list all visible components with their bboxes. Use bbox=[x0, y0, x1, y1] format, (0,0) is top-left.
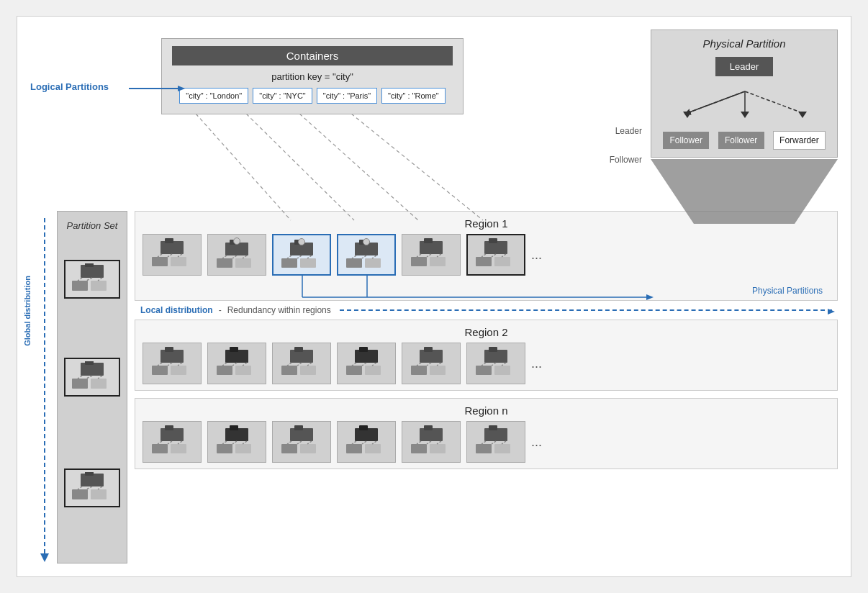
regions-area: Region 1 bbox=[135, 211, 838, 563]
svg-rect-148 bbox=[359, 425, 368, 430]
svg-rect-32 bbox=[72, 489, 88, 499]
svg-line-48 bbox=[222, 255, 227, 258]
rn-p3-icon bbox=[343, 425, 389, 458]
r1-connector-svg bbox=[143, 276, 830, 302]
containers-box: Containers partition key = "city" "city"… bbox=[161, 38, 464, 114]
svg-line-158 bbox=[417, 441, 421, 444]
svg-rect-157 bbox=[430, 444, 446, 453]
ps-r1-svg bbox=[71, 263, 114, 295]
svg-line-130 bbox=[158, 441, 162, 444]
local-dist-dash: - bbox=[219, 305, 222, 315]
r1-partition-4 bbox=[402, 234, 461, 276]
rn-p5-icon bbox=[473, 425, 519, 458]
partition-set-col: Partition Set Redundancy across regions bbox=[57, 211, 127, 563]
svg-line-71 bbox=[437, 254, 441, 257]
r1-partition-1 bbox=[207, 234, 266, 276]
svg-rect-142 bbox=[281, 444, 297, 453]
ps-icon-r2 bbox=[64, 358, 120, 397]
svg-line-131 bbox=[168, 441, 172, 444]
partition-london: "city" : "London" bbox=[179, 88, 248, 104]
svg-line-88 bbox=[158, 363, 162, 366]
svg-rect-53 bbox=[281, 258, 297, 268]
svg-line-151 bbox=[352, 441, 356, 444]
svg-rect-135 bbox=[217, 444, 232, 453]
svg-rect-136 bbox=[235, 444, 251, 453]
svg-line-95 bbox=[222, 363, 227, 366]
partition-boxes-row: "city" : "London" "city" : "NYC" "city" … bbox=[172, 88, 453, 104]
svg-line-57 bbox=[307, 255, 312, 258]
forwarder-box: Forwarder bbox=[773, 131, 826, 150]
svg-rect-127 bbox=[165, 425, 173, 430]
svg-rect-87 bbox=[171, 366, 186, 375]
svg-marker-11 bbox=[683, 112, 692, 118]
svg-rect-108 bbox=[365, 366, 381, 375]
svg-line-10 bbox=[687, 91, 745, 113]
svg-line-34 bbox=[78, 486, 82, 489]
svg-line-97 bbox=[243, 363, 247, 366]
follower1-box: Follower bbox=[663, 132, 709, 149]
svg-rect-150 bbox=[365, 444, 381, 453]
svg-rect-115 bbox=[430, 366, 446, 375]
svg-line-144 bbox=[287, 441, 291, 444]
local-dist-text: Redundancy within regions bbox=[227, 305, 331, 315]
global-dist-arrow-svg bbox=[37, 218, 52, 563]
svg-line-56 bbox=[297, 255, 302, 258]
svg-line-27 bbox=[78, 376, 82, 379]
svg-rect-134 bbox=[230, 425, 238, 430]
svg-line-137 bbox=[222, 441, 227, 444]
svg-rect-143 bbox=[300, 444, 316, 453]
r2-p1 bbox=[207, 343, 266, 384]
svg-rect-155 bbox=[424, 425, 433, 430]
r2-p4-icon bbox=[408, 347, 454, 380]
svg-rect-74 bbox=[476, 257, 492, 266]
region2-block: Region 2 bbox=[135, 320, 838, 391]
svg-line-124 bbox=[492, 363, 496, 366]
svg-rect-54 bbox=[300, 258, 316, 268]
svg-line-55 bbox=[287, 255, 291, 258]
svg-rect-39 bbox=[152, 257, 168, 266]
svg-line-132 bbox=[178, 441, 182, 444]
svg-rect-162 bbox=[489, 425, 497, 430]
region1-block: Region 1 bbox=[135, 211, 838, 301]
local-dist-arrow bbox=[340, 309, 832, 311]
svg-line-42 bbox=[168, 254, 172, 257]
svg-line-109 bbox=[352, 363, 356, 366]
r1-partition-2-highlighted bbox=[272, 234, 331, 276]
svg-line-69 bbox=[417, 254, 421, 257]
regionn-title: Region n bbox=[143, 404, 830, 417]
local-dist-arrowhead bbox=[828, 307, 838, 317]
rn-p2 bbox=[272, 421, 331, 463]
svg-rect-66 bbox=[424, 238, 433, 243]
rn-p4-icon bbox=[408, 425, 454, 458]
svg-line-5 bbox=[351, 114, 483, 220]
r2-ellipsis: ... bbox=[531, 356, 542, 371]
local-dist-label: Local distribution bbox=[140, 305, 213, 315]
svg-line-64 bbox=[372, 255, 376, 258]
regionn-block: Region n bbox=[135, 398, 838, 469]
svg-line-78 bbox=[502, 254, 506, 257]
svg-rect-94 bbox=[235, 366, 251, 375]
svg-rect-120 bbox=[489, 347, 497, 352]
svg-rect-99 bbox=[294, 347, 303, 352]
svg-line-21 bbox=[86, 278, 92, 281]
svg-line-41 bbox=[158, 254, 162, 257]
svg-line-89 bbox=[168, 363, 172, 366]
rn-p0 bbox=[143, 421, 202, 463]
svg-rect-107 bbox=[346, 366, 362, 375]
svg-line-4 bbox=[299, 114, 418, 220]
spacer bbox=[135, 391, 838, 398]
partition-nyc: "city" : "NYC" bbox=[253, 88, 312, 104]
container-connector-lines bbox=[161, 114, 535, 222]
svg-rect-106 bbox=[359, 347, 368, 352]
svg-marker-15 bbox=[40, 553, 49, 562]
r1-partition-5 bbox=[466, 234, 525, 276]
svg-line-77 bbox=[492, 254, 496, 257]
partition-key-label: partition key = "city" bbox=[172, 71, 453, 82]
svg-line-70 bbox=[427, 254, 431, 257]
rn-p0-icon bbox=[149, 425, 195, 458]
content-area: Partition Set Redundancy across regions bbox=[57, 211, 838, 563]
logical-partitions-arrow bbox=[129, 83, 186, 94]
svg-rect-113 bbox=[424, 347, 433, 352]
r1-p5-icon bbox=[473, 238, 519, 271]
svg-rect-61 bbox=[365, 258, 381, 268]
